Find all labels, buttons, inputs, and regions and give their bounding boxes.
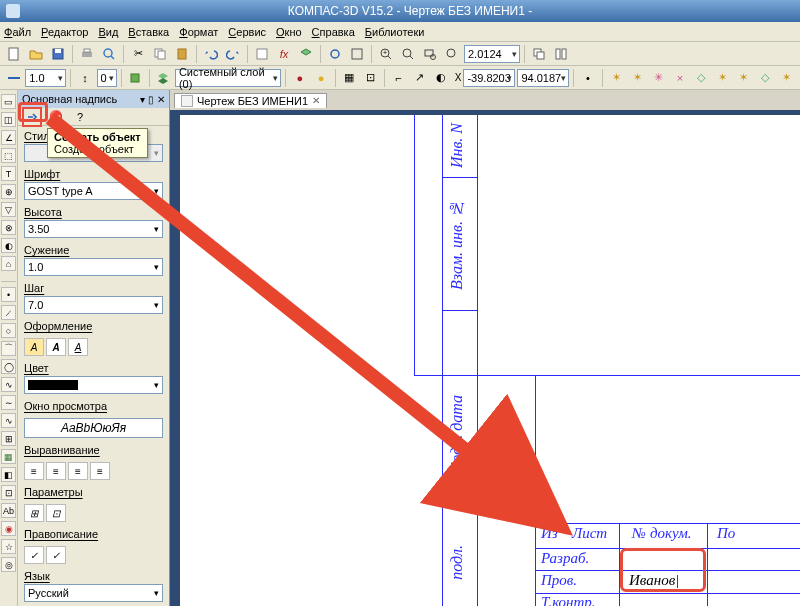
close-panel-icon[interactable]: ✕ bbox=[157, 94, 165, 105]
menu-help[interactable]: Справка bbox=[312, 26, 355, 38]
narrow-dropdown[interactable]: 1.0 bbox=[24, 258, 163, 276]
new-icon[interactable] bbox=[4, 44, 24, 64]
ortho-icon[interactable] bbox=[125, 68, 144, 88]
snap-coord-icon[interactable]: ↕ bbox=[75, 68, 94, 88]
strip-icon-2[interactable]: ◫ bbox=[1, 112, 16, 127]
lang-dropdown[interactable]: Русский bbox=[24, 584, 163, 602]
zoom-window-icon[interactable] bbox=[420, 44, 440, 64]
create-object-icon[interactable] bbox=[22, 107, 42, 127]
menu-service[interactable]: Сервис bbox=[228, 26, 266, 38]
deco-italic-icon[interactable]: A bbox=[24, 338, 44, 356]
cut-icon[interactable]: ✂ bbox=[128, 44, 148, 64]
menu-view[interactable]: Вид bbox=[98, 26, 118, 38]
preview-icon[interactable] bbox=[99, 44, 119, 64]
menu-edit[interactable]: Редактор bbox=[41, 26, 88, 38]
param-btn-1[interactable]: ⊞ bbox=[24, 504, 44, 522]
strip-icon-17[interactable]: ∼ bbox=[1, 395, 16, 410]
stop-icon[interactable]: ⛔ bbox=[46, 107, 66, 127]
strip-icon-8[interactable]: ⊗ bbox=[1, 220, 16, 235]
snap-icon[interactable]: ⊡ bbox=[361, 68, 380, 88]
strip-icon-15[interactable]: ◯ bbox=[1, 359, 16, 374]
layer-combo[interactable]: Системный слой (0) bbox=[175, 69, 281, 87]
strip-icon-16[interactable]: ∿ bbox=[1, 377, 16, 392]
strip-icon-3[interactable]: ∠ bbox=[1, 130, 16, 145]
font-dropdown[interactable]: GOST type A bbox=[24, 182, 163, 200]
scale-combo[interactable]: 2.0124 bbox=[464, 45, 520, 63]
menu-file[interactable]: Файл bbox=[4, 26, 31, 38]
coordsys-icon[interactable]: ◐ bbox=[432, 68, 451, 88]
open-icon[interactable] bbox=[26, 44, 46, 64]
strip-icon-23[interactable]: Ab bbox=[1, 503, 16, 518]
menu-bar[interactable]: Файл Редактор Вид Вставка Формат Сервис … bbox=[0, 22, 800, 42]
deco-underline-icon[interactable]: A bbox=[68, 338, 88, 356]
tool-d-icon[interactable]: × bbox=[670, 68, 689, 88]
paste-icon[interactable] bbox=[172, 44, 192, 64]
input-combo[interactable]: 0 bbox=[97, 69, 117, 87]
param-btn-2[interactable]: ⊡ bbox=[46, 504, 66, 522]
strip-icon-21[interactable]: ◧ bbox=[1, 467, 16, 482]
align-justify-icon[interactable]: ≡ bbox=[90, 462, 110, 480]
strip-icon-13[interactable]: ○ bbox=[1, 323, 16, 338]
coord-y-field[interactable]: 94.0187 bbox=[517, 69, 569, 87]
tool-g-icon[interactable]: ✶ bbox=[734, 68, 753, 88]
menu-format[interactable]: Формат bbox=[179, 26, 218, 38]
menu-window[interactable]: Окно bbox=[276, 26, 302, 38]
layers-icon[interactable] bbox=[296, 44, 316, 64]
menu-insert[interactable]: Вставка bbox=[128, 26, 169, 38]
menu-libs[interactable]: Библиотеки bbox=[365, 26, 425, 38]
drawing-canvas[interactable]: Чертеж БЕЗ ИМЕНИ1 ✕ Инв. N Взам. инв. № … bbox=[170, 90, 800, 606]
strip-icon-19[interactable]: ⊞ bbox=[1, 431, 16, 446]
strip-icon-9[interactable]: ◐ bbox=[1, 238, 16, 253]
local-cs-icon[interactable]: ⌐ bbox=[389, 68, 408, 88]
drawing-page[interactable]: Инв. N Взам. инв. № Подп. дата подл. Из bbox=[180, 115, 800, 606]
layer-icon[interactable] bbox=[154, 68, 173, 88]
tool-f-icon[interactable]: ✶ bbox=[713, 68, 732, 88]
color-dropdown[interactable] bbox=[24, 376, 163, 394]
zoom-fit-icon[interactable] bbox=[347, 44, 367, 64]
tool-c-icon[interactable]: ✳ bbox=[649, 68, 668, 88]
bullet2-icon[interactable]: ● bbox=[311, 68, 330, 88]
spell-btn-1[interactable]: ✓ bbox=[24, 546, 44, 564]
tab-close-icon[interactable]: ✕ bbox=[312, 95, 320, 106]
strip-icon-18[interactable]: ∿ bbox=[1, 413, 16, 428]
tool-a-icon[interactable]: ✶ bbox=[607, 68, 626, 88]
strip-icon-26[interactable]: ◎ bbox=[1, 557, 16, 572]
tool-i-icon[interactable]: ✶ bbox=[777, 68, 796, 88]
zoom-out-icon[interactable] bbox=[398, 44, 418, 64]
redo-icon[interactable] bbox=[223, 44, 243, 64]
align-right-icon[interactable]: ≡ bbox=[68, 462, 88, 480]
props-icon[interactable] bbox=[252, 44, 272, 64]
strip-icon-5[interactable]: T bbox=[1, 166, 16, 181]
strip-icon-11[interactable]: • bbox=[1, 287, 16, 302]
window-tile-icon[interactable] bbox=[551, 44, 571, 64]
align-left-icon[interactable]: ≡ bbox=[24, 462, 44, 480]
strip-icon-1[interactable]: ▭ bbox=[1, 94, 16, 109]
strip-icon-22[interactable]: ⊡ bbox=[1, 485, 16, 500]
tool-e-icon[interactable]: ◇ bbox=[692, 68, 711, 88]
strip-icon-25[interactable]: ☆ bbox=[1, 539, 16, 554]
step-dropdown[interactable]: 7.0 bbox=[24, 296, 163, 314]
strip-icon-20[interactable]: ▦ bbox=[1, 449, 16, 464]
document-tab[interactable]: Чертеж БЕЗ ИМЕНИ1 ✕ bbox=[174, 93, 327, 108]
save-icon[interactable] bbox=[48, 44, 68, 64]
help-icon[interactable]: ? bbox=[70, 107, 90, 127]
tool-b-icon[interactable]: ✶ bbox=[628, 68, 647, 88]
align-center-icon[interactable]: ≡ bbox=[46, 462, 66, 480]
strip-icon-24[interactable]: ◉ bbox=[1, 521, 16, 536]
strip-icon-6[interactable]: ⊕ bbox=[1, 184, 16, 199]
grid-icon[interactable]: ▦ bbox=[340, 68, 359, 88]
copy-icon[interactable] bbox=[150, 44, 170, 64]
strip-icon-14[interactable]: ⌒ bbox=[1, 341, 16, 356]
linetype-icon[interactable] bbox=[4, 68, 23, 88]
pin-icon[interactable]: ▾ ▯ bbox=[140, 94, 154, 105]
tool-h-icon[interactable]: ◇ bbox=[755, 68, 774, 88]
height-dropdown[interactable]: 3.50 bbox=[24, 220, 163, 238]
lineweight-combo[interactable]: 1.0 bbox=[25, 69, 66, 87]
strip-icon-7[interactable]: ▽ bbox=[1, 202, 16, 217]
spell-btn-2[interactable]: ✓ bbox=[46, 546, 66, 564]
zoom-in-icon[interactable]: + bbox=[376, 44, 396, 64]
strip-icon-10[interactable]: ⌂ bbox=[1, 256, 16, 271]
strip-icon-12[interactable]: ⟋ bbox=[1, 305, 16, 320]
dot-icon[interactable]: • bbox=[578, 68, 597, 88]
undo-icon[interactable] bbox=[201, 44, 221, 64]
